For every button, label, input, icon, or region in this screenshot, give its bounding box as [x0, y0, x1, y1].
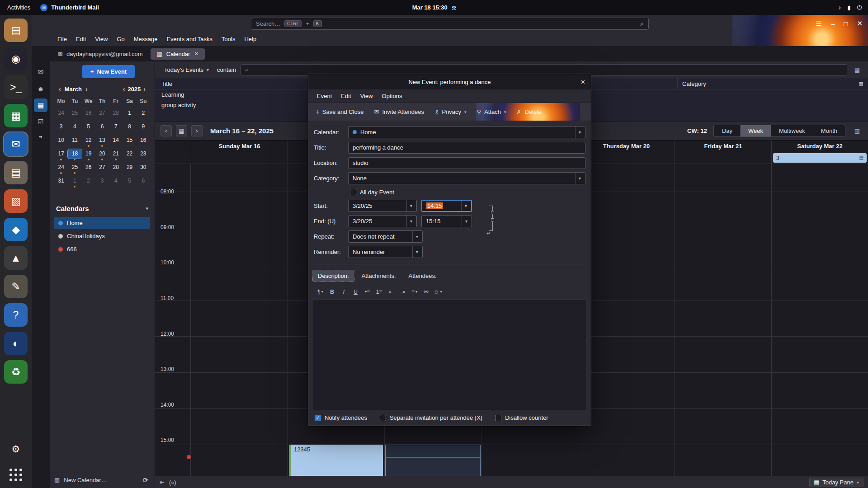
view-tab[interactable]: Multiweek [771, 125, 813, 136]
minical-day[interactable]: 19 [82, 149, 95, 159]
minical-day[interactable]: 6 [137, 176, 150, 186]
calendar-select[interactable]: Home ▾ [348, 126, 585, 138]
close-window-button[interactable]: ✕ [857, 19, 863, 28]
end-time-select[interactable]: 15:15 ▾ [421, 215, 472, 227]
minical-next-month[interactable]: › [83, 85, 90, 93]
format-button[interactable]: •≡ ▾ [362, 286, 373, 297]
column-saturday[interactable] [771, 164, 868, 476]
repeat-select[interactable]: Does not repeat ▾ [348, 230, 423, 243]
minical-day[interactable]: 31 [54, 176, 68, 186]
minimize-button[interactable]: – [831, 20, 835, 28]
menu-item[interactable]: Edit [72, 34, 90, 44]
settings-gear-icon[interactable]: ⚙ [5, 439, 26, 460]
column-sunday[interactable] [191, 164, 288, 476]
end-date-select[interactable]: 3/20/25 ▾ [348, 215, 417, 227]
minical-day[interactable]: 4 [68, 122, 81, 131]
calendar-pane-toggle-icon[interactable]: ▦ [852, 64, 863, 75]
minical-day[interactable]: 4 [109, 176, 123, 186]
menu-item[interactable]: Tools [217, 34, 239, 44]
dialog-toolbar-button[interactable]: ⚲ Attach ▾ [472, 106, 511, 117]
menu-item[interactable]: Events and Tasks [162, 34, 217, 44]
column-header-category[interactable]: Category [677, 78, 854, 89]
minical-day[interactable]: 2 [82, 176, 95, 186]
minical-day[interactable]: 1 [68, 176, 81, 186]
category-select[interactable]: None ▾ [348, 172, 585, 184]
rotate-view-icon[interactable]: ▥ [852, 126, 863, 136]
menu-item[interactable]: View [91, 34, 112, 44]
day-header-thursday[interactable]: Thursday Mar 20 [578, 141, 675, 152]
app-menu-icon[interactable]: ☰ [816, 19, 822, 28]
dialog-toolbar-button[interactable]: ✗ Delete ▾ [512, 106, 546, 117]
format-button[interactable]: ≡ ▾ [409, 286, 420, 297]
column-thursday[interactable] [578, 164, 675, 476]
event-12345[interactable]: 12345 [289, 445, 383, 476]
view-tab[interactable]: Week [740, 125, 771, 136]
footer-checkbox-option[interactable]: ✓ Separate invitation per attendee (X) [380, 414, 482, 421]
dialog-close-button[interactable]: ✕ [580, 74, 585, 89]
focused-app-indicator[interactable]: ✉ Thunderbird Mail [40, 4, 99, 11]
minical-day[interactable]: 14 [109, 136, 123, 145]
footer-checkbox-option[interactable]: ✓ Notify attendees [315, 414, 367, 421]
day-header-sunday[interactable]: Sunday Mar 16 [191, 141, 288, 152]
minical-day[interactable]: 22 [123, 149, 136, 159]
next-week-button[interactable]: › [191, 125, 203, 136]
today-pane-toggle[interactable]: ▦ Today Pane ▾ [809, 478, 863, 487]
format-button[interactable]: ¶ ▾ [315, 286, 326, 297]
dialog-tab[interactable]: Attachments: [357, 270, 401, 282]
minical-day[interactable]: 2 [137, 108, 150, 118]
minical-day[interactable]: 26 [82, 108, 95, 118]
minical-prev-month[interactable]: ‹ [56, 85, 64, 93]
dock-item[interactable]: ♻ [4, 360, 28, 384]
minical-day[interactable]: 3 [95, 176, 109, 186]
dialog-menu-item[interactable]: Options [378, 91, 406, 101]
maximize-button[interactable]: □ [844, 20, 848, 28]
day-header-friday[interactable]: Friday Mar 21 [675, 141, 771, 152]
dock-item[interactable]: ? [4, 303, 28, 327]
minical-day[interactable]: 25 [68, 163, 81, 172]
space-button[interactable]: ▦ [34, 99, 47, 112]
previous-week-button[interactable]: ‹ [160, 125, 172, 136]
minical-day[interactable]: 23 [137, 149, 150, 159]
format-button[interactable]: 1≡ ▾ [374, 286, 384, 297]
dock-item[interactable]: ▲ [4, 246, 28, 270]
space-button[interactable]: ❞ [34, 132, 47, 145]
title-input[interactable]: performing a dance [348, 142, 585, 154]
menu-item[interactable]: Help [240, 34, 260, 44]
minical-day[interactable]: 26 [82, 163, 95, 172]
minical-day[interactable]: 5 [82, 122, 95, 131]
space-button[interactable]: ☑ [34, 115, 47, 129]
format-button[interactable]: B ▾ [327, 286, 337, 297]
allday-event-saturday[interactable]: 3 ▤ [773, 153, 867, 163]
footer-checkbox-option[interactable]: ✓ Disallow counter [495, 414, 548, 421]
dock-item[interactable]: ▤ [4, 19, 28, 42]
app-grid-icon[interactable] [5, 465, 26, 485]
menu-item[interactable]: Message [130, 34, 162, 44]
dialog-menu-item[interactable]: View [356, 91, 377, 101]
checkbox[interactable]: ✓ [380, 415, 386, 421]
minical-day[interactable]: 17 [54, 149, 68, 159]
minical-day[interactable]: 1 [123, 108, 136, 118]
refresh-icon[interactable]: ⟳ [142, 476, 150, 484]
minical-day[interactable]: 16 [137, 136, 150, 145]
dialog-toolbar-button[interactable]: ✉ Invite Attendees ▾ [370, 106, 429, 117]
minical-day[interactable]: 12 [82, 136, 95, 145]
dock-item[interactable]: ✉ [4, 132, 28, 156]
dialog-tab[interactable]: Description: [313, 270, 354, 282]
column-friday[interactable] [675, 164, 771, 476]
format-button[interactable]: ⚯ ▾ [421, 286, 431, 297]
tab-mail-account[interactable]: ✉ daydayhappyvivi@gmail.com [52, 48, 148, 60]
close-tab-icon[interactable]: ✕ [194, 51, 199, 57]
space-button[interactable]: ✉ [34, 65, 47, 79]
chevron-down-icon[interactable]: ▾ [146, 206, 148, 211]
allday-checkbox[interactable]: ✓ [350, 189, 356, 195]
clock-menu[interactable]: Mar 18 15:30 ⍾ [412, 4, 456, 11]
dialog-menu-item[interactable]: Event [313, 91, 336, 101]
event-filter-dropdown[interactable]: Today's Events ▾ [160, 65, 212, 75]
minical-day[interactable]: 9 [137, 122, 150, 131]
checkbox[interactable]: ✓ [315, 415, 321, 421]
minical-day[interactable]: 21 [109, 149, 123, 159]
minical-day[interactable]: 20 [95, 149, 109, 159]
global-search-input[interactable]: Search… CTRL + K ⌕ [251, 18, 649, 30]
view-tab[interactable]: Month [813, 125, 845, 136]
menu-item[interactable]: File [53, 34, 71, 44]
